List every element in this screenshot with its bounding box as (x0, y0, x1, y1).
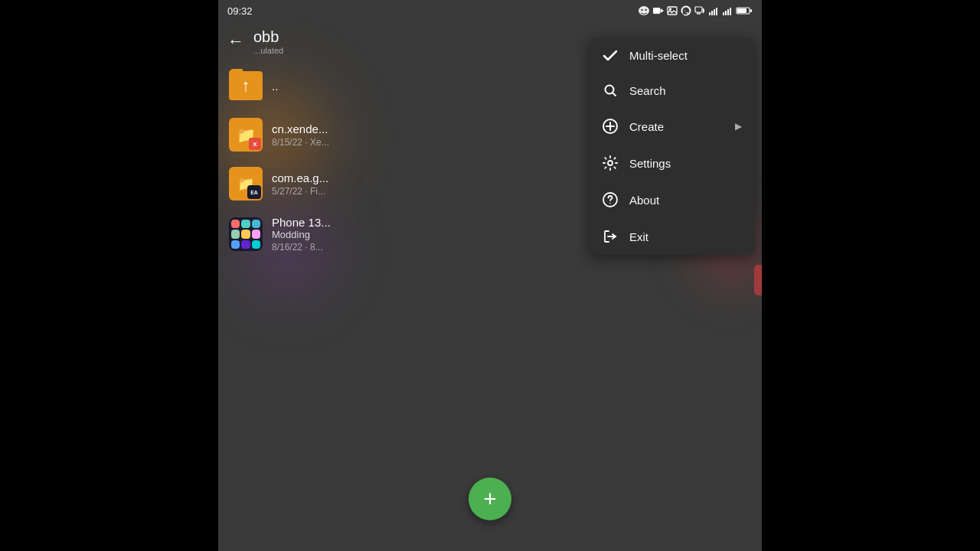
svg-point-33 (609, 203, 610, 204)
back-button[interactable]: ← (227, 31, 244, 51)
menu-item-search[interactable]: Search (590, 73, 754, 108)
left-panel (0, 0, 218, 551)
svg-point-6 (670, 8, 671, 10)
submenu-arrow-icon: ▶ (735, 121, 742, 132)
dropdown-menu: Multi-select Search Create ▶ (590, 38, 754, 255)
menu-item-create[interactable]: Create ▶ (590, 108, 754, 145)
svg-line-27 (613, 93, 616, 96)
svg-rect-19 (730, 8, 731, 15)
menu-item-label: Settings (629, 157, 742, 170)
check-icon (602, 50, 619, 62)
svg-rect-22 (750, 9, 752, 12)
signal-bars-2 (722, 6, 733, 15)
whatsapp-icon (681, 5, 691, 16)
battery-icon: + (736, 6, 753, 15)
phone13-icon (229, 217, 263, 251)
svg-rect-21 (737, 8, 746, 13)
menu-item-label: Create (629, 120, 724, 133)
right-panel (762, 0, 980, 551)
video-icon (653, 7, 664, 15)
status-bar: 09:32 (218, 0, 762, 21)
status-time: 09:32 (227, 5, 253, 17)
svg-rect-18 (727, 9, 729, 15)
menu-item-label: Multi-select (629, 49, 742, 62)
svg-rect-16 (723, 12, 724, 15)
toolbar-title-wrap: obb ...ulated (253, 28, 283, 55)
svg-rect-12 (709, 12, 710, 15)
pull-handle[interactable] (754, 265, 762, 295)
svg-point-2 (645, 9, 646, 11)
svg-rect-8 (695, 7, 702, 12)
svg-point-31 (608, 161, 612, 165)
exit-icon (602, 229, 619, 244)
menu-item-about[interactable]: About (590, 181, 754, 218)
gear-icon (602, 155, 619, 171)
svg-rect-17 (725, 11, 727, 15)
svg-rect-3 (653, 8, 660, 14)
image-icon (667, 6, 678, 15)
question-icon (602, 192, 619, 207)
plus-circle-icon (602, 119, 619, 134)
svg-rect-5 (668, 7, 677, 15)
toolbar-subtitle: ...ulated (253, 46, 283, 55)
menu-item-exit[interactable]: Exit (590, 218, 754, 255)
signal-cast-icon (694, 6, 705, 15)
menu-item-label: Exit (629, 230, 742, 243)
svg-marker-4 (661, 8, 665, 13)
menu-item-label: Search (629, 84, 742, 97)
menu-item-multi-select[interactable]: Multi-select (590, 38, 754, 73)
folder-up-icon: ↑ (229, 69, 263, 103)
menu-item-label: About (629, 194, 742, 207)
status-icons: + (638, 5, 753, 16)
signal-bars-1 (708, 6, 719, 15)
svg-rect-14 (714, 9, 715, 15)
svg-rect-15 (716, 8, 717, 15)
svg-rect-13 (711, 11, 713, 15)
fab-button[interactable]: + (469, 478, 511, 520)
svg-point-1 (641, 9, 642, 11)
folder-ea-icon: 📁 EA (229, 167, 263, 201)
search-icon (602, 83, 619, 97)
toolbar-title: obb (253, 28, 283, 46)
phone-screen: 09:32 (218, 0, 762, 551)
menu-item-settings[interactable]: Settings (590, 145, 754, 181)
folder-xender-icon: 📁 X (229, 118, 263, 152)
svg-text:EA: EA (250, 190, 258, 195)
phantom-icon (638, 5, 650, 16)
